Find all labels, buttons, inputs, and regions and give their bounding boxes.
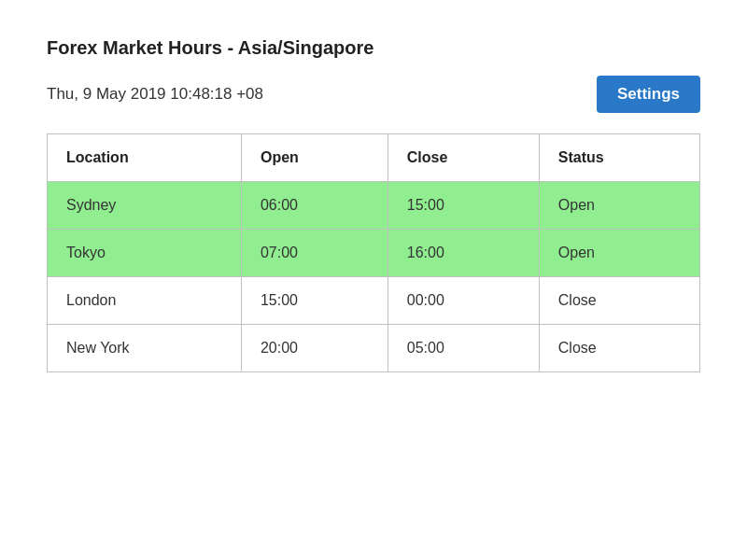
col-header-status: Status (539, 134, 699, 182)
col-header-location: Location (48, 134, 242, 182)
cell-status-0: Open (539, 182, 699, 230)
table-row: London15:0000:00Close (48, 277, 700, 325)
table-header-row: Location Open Close Status (48, 134, 700, 182)
market-hours-table: Location Open Close Status Sydney06:0015… (47, 133, 700, 372)
cell-open-1: 07:00 (241, 230, 388, 277)
cell-open-0: 06:00 (241, 182, 388, 230)
cell-close-2: 00:00 (388, 277, 539, 325)
page-title: Forex Market Hours - Asia/Singapore (47, 37, 700, 59)
table-row: Tokyo07:0016:00Open (48, 230, 700, 277)
cell-location-3: New York (48, 325, 242, 372)
col-header-close: Close (388, 134, 539, 182)
cell-location-1: Tokyo (48, 230, 242, 277)
cell-close-1: 16:00 (388, 230, 539, 277)
col-header-open: Open (241, 134, 388, 182)
cell-status-2: Close (539, 277, 699, 325)
cell-location-2: London (48, 277, 242, 325)
cell-location-0: Sydney (48, 182, 242, 230)
cell-status-1: Open (539, 230, 699, 277)
cell-open-2: 15:00 (241, 277, 388, 325)
cell-status-3: Close (539, 325, 699, 372)
table-row: New York20:0005:00Close (48, 325, 700, 372)
page-container: Forex Market Hours - Asia/Singapore Thu,… (47, 37, 700, 372)
header-row: Thu, 9 May 2019 10:48:18 +08 Settings (47, 76, 700, 113)
cell-open-3: 20:00 (241, 325, 388, 372)
table-row: Sydney06:0015:00Open (48, 182, 700, 230)
settings-button[interactable]: Settings (597, 76, 700, 113)
datetime-display: Thu, 9 May 2019 10:48:18 +08 (47, 85, 263, 104)
cell-close-3: 05:00 (388, 325, 539, 372)
cell-close-0: 15:00 (388, 182, 539, 230)
